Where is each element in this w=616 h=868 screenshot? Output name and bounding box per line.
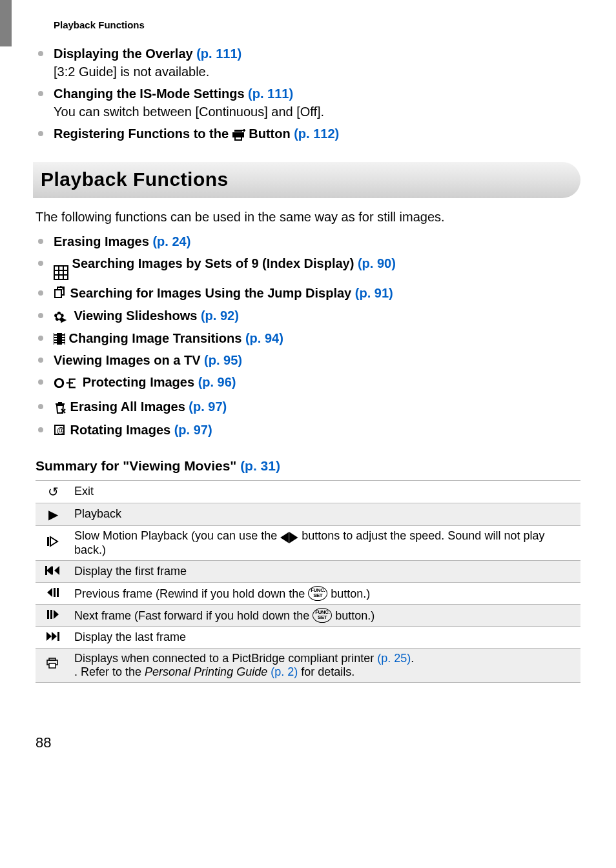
movie-controls-table: ↺ Exit ▶ Playback Slow Motion Playback (… (36, 480, 580, 683)
svg-rect-5 (47, 537, 49, 546)
page-ref-link[interactable]: (p. 24) (152, 234, 190, 248)
list-item: Viewing Images on a TV (p. 95) (36, 351, 580, 369)
item-label: Viewing Images on a TV (54, 353, 204, 367)
svg-rect-0 (234, 130, 242, 132)
func-set-button-icon: FUNC.SET (308, 586, 327, 601)
left-right-arrows-icon: ◀▶ (280, 527, 298, 545)
desc-pre: Previous frame (Rewind if you hold down … (74, 587, 308, 600)
list-item: Searching for Images Using the Jump Disp… (36, 284, 580, 303)
item-label: Protecting Images (79, 375, 198, 389)
rotate-icon: @ (54, 422, 67, 440)
section-intro: The following functions can be used in t… (36, 210, 580, 225)
list-item: Registering Functions to the Button (p. … (36, 125, 580, 144)
item-title: Changing the IS-Mode Settings (54, 86, 248, 101)
table-row: Next frame (Fast forward if you hold dow… (36, 604, 580, 626)
desc-pre: Next frame (Fast forward if you hold dow… (74, 609, 313, 622)
desc-post: button.) (332, 609, 375, 622)
summary-heading: Summary for "Viewing Movies" (p. 31) (36, 458, 580, 474)
svg-text:@: @ (57, 426, 65, 435)
exit-icon: ↺ (36, 480, 70, 503)
item-title: Displaying the Overlay (54, 46, 196, 61)
page-number: 88 (36, 734, 580, 751)
func-set-button-icon: FUNC.SET (313, 608, 332, 623)
item-label: Searching for Images Using the Jump Disp… (67, 286, 355, 300)
item-subtext: [3:2 Guide] is not available. (54, 63, 580, 81)
page-ref-link[interactable]: (p. 97) (189, 399, 227, 414)
list-item: Erasing Images (p. 24) (36, 232, 580, 250)
running-header: Playback Functions (54, 19, 580, 30)
list-item: Displaying the Overlay (p. 111) [3:2 Gui… (36, 45, 580, 81)
list-item: O🝗 Protecting Images (p. 96) (36, 373, 580, 394)
svg-rect-11 (57, 632, 59, 641)
top-bullet-list: Displaying the Overlay (p. 111) [3:2 Gui… (36, 45, 580, 144)
item-label: Viewing Slideshows (70, 308, 201, 323)
page-ref-link[interactable]: (p. 2) (271, 665, 298, 678)
cell-desc: Previous frame (Rewind if you hold down … (70, 582, 580, 604)
cell-desc: Exit (70, 480, 580, 503)
desc-part: . (411, 652, 414, 665)
table-row: Previous frame (Rewind if you hold down … (36, 582, 580, 604)
first-frame-icon (36, 560, 70, 582)
next-frame-icon (36, 604, 70, 626)
desc-part: . Refer to the (74, 665, 145, 678)
svg-rect-9 (47, 610, 49, 619)
page-ref-link[interactable]: (p. 97) (174, 423, 212, 437)
page-ref-link[interactable]: (p. 31) (240, 458, 280, 473)
table-row: ↺ Exit (36, 480, 580, 503)
list-item: Changing the IS-Mode Settings (p. 111) Y… (36, 85, 580, 121)
index-display-icon (54, 265, 68, 280)
page-ref-link[interactable]: (p. 96) (198, 375, 236, 389)
slow-motion-icon (36, 525, 70, 560)
desc-post: button.) (327, 587, 370, 600)
page-ref-link[interactable]: (p. 95) (204, 353, 242, 367)
page-ref-link[interactable]: (p. 111) (196, 46, 241, 61)
jump-display-icon (54, 285, 67, 303)
table-row: Displays when connected to a PictBridge … (36, 648, 580, 682)
item-label: Erasing All Images (67, 399, 189, 414)
print-shortcut-icon (232, 126, 245, 144)
last-frame-icon (36, 626, 70, 648)
item-label: Searching Images by Sets of 9 (Index Dis… (68, 256, 358, 270)
function-list: Erasing Images (p. 24) Searching Images … (36, 232, 580, 440)
page-ref-link[interactable]: (p. 90) (358, 256, 396, 270)
section-banner: Playback Functions (33, 162, 580, 198)
item-label: Changing Image Transitions (65, 331, 245, 345)
prev-frame-icon (36, 582, 70, 604)
svg-rect-14 (49, 663, 56, 668)
page-ref-link[interactable]: (p. 91) (355, 286, 393, 300)
table-row: Slow Motion Playback (you can use the ◀▶… (36, 525, 580, 560)
guide-title: Personal Printing Guide (145, 665, 267, 678)
desc-part: Displays when connected to a PictBridge … (74, 652, 377, 665)
item-title-post: Button (245, 126, 294, 141)
item-title-pre: Registering Functions to the (54, 126, 232, 141)
list-item: Erasing All Images (p. 97) (36, 398, 580, 417)
page-ref-link[interactable]: (p. 111) (248, 86, 293, 101)
list-item: Searching Images by Sets of 9 (Index Dis… (36, 254, 580, 280)
side-tab (0, 0, 12, 46)
transitions-icon (54, 333, 65, 345)
list-item: @ Rotating Images (p. 97) (36, 421, 580, 440)
item-subtext: You can switch between [Continuous] and … (54, 103, 580, 121)
cell-desc: Slow Motion Playback (you can use the ◀▶… (70, 525, 580, 560)
slideshow-icon: ✿▶ (54, 307, 70, 325)
print-icon (36, 648, 70, 682)
summary-heading-text: Summary for "Viewing Movies" (36, 458, 240, 473)
page-ref-link[interactable]: (p. 25) (377, 652, 411, 665)
section-title: Playback Functions (41, 168, 568, 190)
cell-desc: Display the last frame (70, 626, 580, 648)
cell-desc: Display the first frame (70, 560, 580, 582)
list-item: ✿▶ Viewing Slideshows (p. 92) (36, 307, 580, 325)
cell-desc: Displays when connected to a PictBridge … (70, 648, 580, 682)
page-ref-link[interactable]: (p. 94) (245, 331, 283, 345)
erase-all-icon (54, 399, 67, 417)
desc-pre: Slow Motion Playback (you can use the (74, 529, 280, 542)
page-ref-link[interactable]: (p. 92) (201, 308, 239, 323)
svg-rect-7 (54, 588, 56, 597)
page-ref-link[interactable]: (p. 112) (294, 126, 339, 141)
play-icon: ▶ (36, 503, 70, 525)
item-label: Erasing Images (54, 234, 152, 248)
svg-rect-10 (50, 610, 52, 619)
cell-desc: Playback (70, 503, 580, 525)
table-row: ▶ Playback (36, 503, 580, 525)
cell-desc: Next frame (Fast forward if you hold dow… (70, 604, 580, 626)
